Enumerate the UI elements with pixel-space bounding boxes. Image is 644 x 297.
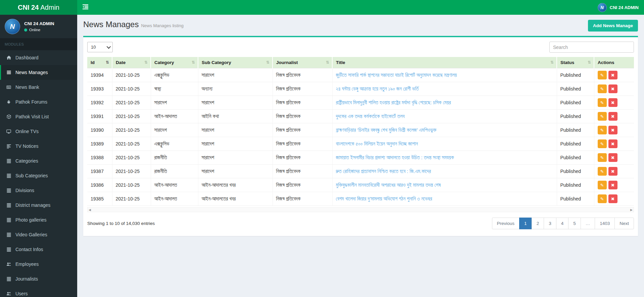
sidebar-item-news-bank[interactable]: News Bank [0,80,77,95]
sidebar-item-label: Divisions [15,188,34,193]
edit-button[interactable]: ✎ [598,194,607,203]
delete-button[interactable]: ✖ [608,98,617,107]
sidebar-item-video-galleries[interactable]: Video Galleries [0,227,77,242]
scroll-left-arrow-icon[interactable]: ◀ [89,208,91,212]
column-header-date[interactable]: Date⇅ [112,57,151,68]
cell-sub-category: সারাদেশ [198,123,273,137]
news-title-link[interactable]: ২৪ ঘন্টায় ডেঙ্গু আক্রান্ত হয়ে নতুন ১৯০… [336,86,553,92]
delete-button[interactable]: ✖ [608,126,617,134]
pagination-next[interactable]: Next [614,218,634,229]
sidebar-item-categories[interactable]: Categories [0,154,77,168]
sidebar-item-employees[interactable]: Employees [0,257,77,272]
pagination-previous[interactable]: Previous [492,218,520,229]
news-title-link[interactable]: রাষ্ট্রীয়ভাবে মিলাদুন্নবী পালিত হওয়ায়… [336,100,553,106]
horizontal-scrollbar[interactable]: ◀ ▶ [87,207,634,212]
delete-button[interactable]: ✖ [608,139,617,148]
sidebar-item-label: TV Notices [15,143,38,149]
add-news-manage-button[interactable]: Add News Manage [588,20,638,32]
cell-title: দ্রুত রোহিঙ্গাদের প্রত্যাবাসন নিশ্চিত কর… [332,165,557,178]
news-title-link[interactable]: দ্রুত রোহিঙ্গাদের প্রত্যাবাসন নিশ্চিত কর… [336,168,553,174]
cell-date: 2021-10-25 [112,110,151,123]
delete-button[interactable]: ✖ [608,194,617,203]
navbar: N CNI 24 ADMIN [77,0,644,15]
delete-button[interactable]: ✖ [608,181,617,189]
pagination-page-3[interactable]: 3 [544,218,556,229]
cell-journalist: নিজস্ব প্রতিবেদক [273,192,332,206]
edit-button[interactable]: ✎ [598,71,607,79]
brand-bold-text: CNI 24 [18,4,39,11]
list-icon [6,277,12,281]
edit-button[interactable]: ✎ [598,167,607,176]
table-row: 193942021-10-25এক্সক্লুসিভসারাদেশনিজস্ব … [87,68,634,82]
sidebar-item-pathok-forums[interactable]: Pathok Forums [0,95,77,109]
edit-button[interactable]: ✎ [598,181,607,189]
edit-button[interactable]: ✎ [598,112,607,121]
table-row: 193882021-10-25রাজনীতিসারাদেশনিজস্ব প্রত… [87,151,634,165]
navbar-user-menu[interactable]: N CNI 24 ADMIN [592,0,644,15]
edit-button[interactable]: ✎ [598,126,607,134]
sidebar-item-pathok-visit-list[interactable]: Pathok Visit List [0,109,77,124]
cell-actions: ✎✖ [594,137,634,151]
brand-logo[interactable]: CNI 24 Admin [0,0,77,15]
column-header-sub-category[interactable]: Sub Category⇅ [198,57,273,68]
sidebar-item-online-tvs[interactable]: Online TVs [0,124,77,139]
sidebar-item-tv-notices[interactable]: TV Notices [0,139,77,154]
column-header-journalist[interactable]: Journalist⇅ [273,57,332,68]
column-header-title[interactable]: Title⇅ [332,57,557,68]
pagination-page-1[interactable]: 1 [519,218,532,229]
online-status-dot [24,28,27,32]
edit-button[interactable]: ✎ [598,84,607,93]
news-title-link[interactable]: মুক্তিযুদ্ধকালীন মানবতাবিরোধী অপরাধের আর… [336,182,553,188]
cell-category: আইন-আদালত [151,192,198,206]
sort-icon: ⇅ [550,60,554,65]
sidebar-item-sub-categories[interactable]: Sub Categories [0,168,77,183]
news-title-link[interactable]: বেগম খালেদা জিয়ার দু’মামলায় অভিযোগ গঠন… [336,196,553,202]
cell-actions: ✎✖ [594,82,634,96]
sidebar-item-photo-galleries[interactable]: Photo galleries [0,213,77,227]
edit-button[interactable]: ✎ [598,98,607,107]
edit-button[interactable]: ✎ [598,153,607,162]
sidebar-item-district-manages[interactable]: District manages [0,198,77,213]
scroll-right-arrow-icon[interactable]: ▶ [630,208,633,212]
sort-icon: ⇅ [106,60,109,65]
cell-sub-category: অন্যান্য [198,82,273,96]
delete-button[interactable]: ✖ [608,153,617,162]
column-header-status[interactable]: Status⇅ [557,57,594,68]
delete-button[interactable]: ✖ [608,84,617,93]
pagination-page-2[interactable]: 2 [532,218,544,229]
cell-title: জামায়াত ইসলামীর বিচার প্রকাশ্য আদালতে হ… [332,151,557,165]
sidebar-item-users[interactable]: Users [0,286,77,297]
news-title-link[interactable]: জুড়ীতে সাফারি পার্ক স্থাপনের সম্ভাব্যতা… [336,72,553,78]
edit-button[interactable]: ✎ [598,139,607,148]
cell-actions: ✎✖ [594,151,634,165]
sidebar-item-journalists[interactable]: Journalists [0,272,77,286]
cell-sub-category: সারাদেশ [198,137,273,151]
pagination-page-4[interactable]: 4 [556,218,569,229]
sidebar-item-news-manages[interactable]: News Manages [0,65,77,80]
cell-id: 19393 [87,82,112,96]
column-header-id[interactable]: Id⇅ [87,57,112,68]
sidebar-item-divisions[interactable]: Divisions [0,183,77,198]
sidebar-toggle-button[interactable] [77,0,93,15]
sidebar-item-label: Sub Categories [15,173,48,178]
sidebar-item-contact-infos[interactable]: Contact Infos [0,242,77,257]
news-title-link[interactable]: জামায়াত ইসলামীর বিচার প্রকাশ্য আদালতে হ… [336,155,553,161]
search-input[interactable] [549,42,634,53]
page-heading: News ManagesNews Manages listing [83,20,184,29]
news-title-link[interactable]: ব্রাহ্মণবাড়িয়ার ‘চিনাইর বঙ্গবন্ধু শেখ … [336,127,553,133]
column-header-category[interactable]: Category⇅ [151,57,198,68]
page-length-select[interactable]: 10 [87,42,113,52]
delete-button[interactable]: ✖ [608,112,617,121]
delete-button[interactable]: ✖ [608,167,617,176]
sidebar-item-dashboard[interactable]: Dashboard [0,50,77,65]
cell-sub-category: সারাদেশ [198,165,273,178]
news-title-link[interactable]: দুদকের এক তদন্ত কর্মকর্তাকে হাইকোর্টে তল… [336,113,553,119]
pagination-page-5[interactable]: 5 [568,218,581,229]
news-title-link[interactable]: বাংলাদেশকে ৫০০ মিলিয়ন ইয়েন অনুদান দিচ্… [336,141,553,147]
cell-journalist: নিজস্ব প্রতিবেদক [273,110,332,123]
delete-button[interactable]: ✖ [608,71,617,79]
cell-title: বেগম খালেদা জিয়ার দু’মামলায় অভিযোগ গঠন… [332,192,557,206]
cell-date: 2021-10-25 [112,151,151,165]
list-icon [6,159,12,163]
pagination-page-1403[interactable]: 1403 [595,218,615,229]
